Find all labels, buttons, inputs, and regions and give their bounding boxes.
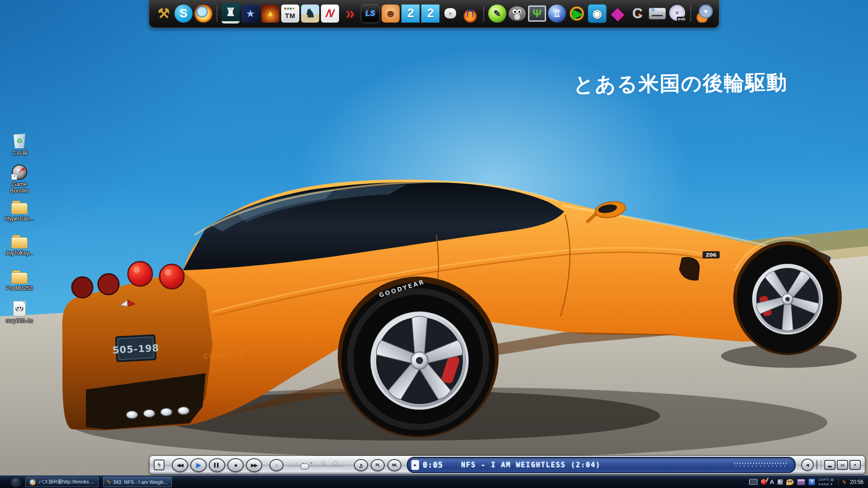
ime-pad-icon[interactable] xyxy=(786,479,794,485)
stop-button[interactable]: ■ xyxy=(227,458,244,472)
flame-game-icon[interactable]: ▲ xyxy=(261,5,279,23)
dirt-strip xyxy=(705,246,868,272)
trackmania2-icon-a[interactable]: 2 xyxy=(401,5,420,23)
pause-button[interactable]: ▌▌ xyxy=(209,458,225,472)
nfs-shift-icon[interactable]: N xyxy=(321,5,339,23)
play-button[interactable]: ▶ xyxy=(190,458,207,472)
gimp-icon[interactable] xyxy=(509,6,526,21)
ls-game-icon[interactable]: LS xyxy=(361,4,380,23)
desktop-icon-label: PsxMC253 xyxy=(5,285,34,291)
next-button[interactable]: ▶▶ xyxy=(246,458,262,472)
mute-button[interactable]: ♪ xyxy=(269,459,283,471)
disc-burner-icon[interactable]: C xyxy=(628,5,646,23)
mecha-game-icon[interactable]: ★ xyxy=(241,5,259,23)
utility-buttons: ▲ PL ML xyxy=(354,459,401,471)
eye-app-icon[interactable]: ◉ xyxy=(588,4,607,23)
trackmania2-glyph-a: 2 xyxy=(407,6,414,20)
task-button-winamp[interactable]: ϟ 343. NFS - I am Weigh... xyxy=(103,477,172,487)
motocross-game-glyph: ♞ xyxy=(305,6,315,20)
trackmania2-icon-b[interactable]: 2 xyxy=(421,5,439,23)
skype-icon[interactable]: S xyxy=(175,5,193,23)
desktop-icon-recycle-bin[interactable]: ♻ ごみ箱 xyxy=(2,132,37,156)
task-label: パス掛R避http://kmnks.... xyxy=(38,479,94,485)
anime-character-icon[interactable]: ☻ xyxy=(382,5,400,23)
drag-handle[interactable] xyxy=(816,460,821,469)
visualization[interactable] xyxy=(734,462,788,468)
media-player-icon[interactable]: ▶ xyxy=(568,5,586,23)
firefox-icon[interactable] xyxy=(194,5,212,23)
desktop-icon-map001-1s[interactable]: map001-1s xyxy=(2,300,37,324)
stop-icon: ■ xyxy=(234,463,236,468)
desktop: 505-198 CORVETTE Z06 xyxy=(0,0,868,488)
desktop-icon-joytokey[interactable]: JoyToKey... xyxy=(2,232,37,256)
screenshot-tool-icon[interactable]: Ψ xyxy=(528,5,546,22)
desktop-icon-label: JoyToKey... xyxy=(5,250,34,256)
grass-strip xyxy=(678,228,868,263)
ime-mode-indicator[interactable]: 般 xyxy=(777,478,783,486)
front-fender-arc xyxy=(735,238,809,271)
caps-kana-indicator[interactable]: CAPS▤ KANA▾ xyxy=(818,478,834,487)
red-arrows-app-icon[interactable]: » xyxy=(341,5,359,23)
keyboard-tray-icon[interactable] xyxy=(749,479,758,485)
desktop-icon-label: map001-1s xyxy=(5,318,34,324)
door-seam-front xyxy=(561,215,570,316)
winamp-task-icon: ϟ xyxy=(107,479,110,485)
previous-button[interactable]: ◀◀ xyxy=(172,458,188,472)
motocross-game-icon[interactable]: ♞ xyxy=(301,5,319,23)
side-crease xyxy=(212,252,705,316)
removable-drive-icon[interactable] xyxy=(649,8,666,19)
task-button-firefox[interactable]: パス掛R避http://kmnks.... xyxy=(25,477,99,487)
volume-slider[interactable] xyxy=(287,460,345,470)
playlist-button[interactable]: PL xyxy=(371,459,385,471)
utility-tool-glyph: ⚒ xyxy=(158,5,170,21)
trackmania-united-glyph: TM xyxy=(285,12,296,19)
ime-direct-indicator[interactable]: A xyxy=(770,479,774,485)
lcd-nav-button[interactable]: ◀ xyxy=(801,459,814,471)
taskbar: パス掛R避http://kmnks.... ϟ 343. NFS - I am … xyxy=(0,475,868,488)
trackmania2-glyph-b: 2 xyxy=(427,6,434,20)
utility-tool-icon[interactable]: ⚒ xyxy=(155,5,173,23)
desktop-icon-game-booster[interactable]: ↗ Game Booster xyxy=(2,164,37,194)
dock: ⚒ S ♜ ★ ▲ TM ♞ N » LS ☻ 2 2 + ∩ ✎ Ψ ♖ ▶ … xyxy=(149,0,719,28)
media-library-button[interactable]: ML xyxy=(387,459,401,471)
media-library-label: ML xyxy=(392,463,397,467)
door-seam-rear xyxy=(429,235,439,316)
desktop-icon-hypercan[interactable]: HyperCan... xyxy=(2,198,37,222)
audio-headphones-icon[interactable]: ∩ xyxy=(461,5,479,23)
lcd-display[interactable]: ▶ 0:05 NFS - I AM WEIGHTLESS (2:04) xyxy=(407,457,796,473)
dock-separator xyxy=(217,6,217,21)
volume-tick xyxy=(333,461,338,465)
orb-castle-game-icon[interactable]: ♖ xyxy=(548,5,566,23)
license-plate-number: 505-198 xyxy=(112,343,160,356)
mouse-utility-tray-icon[interactable] xyxy=(761,479,767,485)
license-plate: 505-198 xyxy=(112,335,160,361)
toolbox-tray-icon[interactable] xyxy=(797,479,805,485)
eject-icon: ▲ xyxy=(359,463,363,468)
limechat-icon[interactable]: ✎ xyxy=(488,5,506,23)
player-menu-button[interactable]: ϟ xyxy=(154,460,165,470)
close-button[interactable]: × xyxy=(849,460,861,470)
trackmania-united-icon[interactable]: TM xyxy=(281,5,299,23)
volume-track xyxy=(288,466,344,467)
marker-light xyxy=(830,269,834,273)
diamond-app-icon[interactable]: ◆ xyxy=(609,5,627,23)
start-orb[interactable] xyxy=(11,477,21,487)
lcd-nav-icon: ◀ xyxy=(806,463,809,467)
volume-thumb[interactable] xyxy=(301,464,309,469)
tail-lights xyxy=(72,262,184,298)
eject-button[interactable]: ▲ xyxy=(354,459,368,471)
shade-button[interactable]: ▭ xyxy=(837,460,848,470)
dvd-player-icon[interactable]: DVD xyxy=(668,5,686,23)
minimize-button[interactable]: ▂ xyxy=(824,460,835,470)
help-tray-icon[interactable]: ? xyxy=(808,479,815,485)
diamond-glyph: ◆ xyxy=(611,4,624,23)
desktop-icon-psxmc253[interactable]: PsxMC253 xyxy=(2,267,37,291)
limechat-glyph: ✎ xyxy=(494,8,501,19)
rear-fascia xyxy=(62,271,212,430)
gamepad-app-icon[interactable]: + xyxy=(441,5,459,23)
gauge-icon: ↗ xyxy=(12,164,27,180)
car-shadow-core xyxy=(154,391,660,441)
strategy-game-icon[interactable]: ♜ xyxy=(222,3,240,23)
dvd-ripper-icon[interactable] xyxy=(695,5,713,23)
winamp-tray-icon[interactable]: ϟ xyxy=(843,479,846,485)
